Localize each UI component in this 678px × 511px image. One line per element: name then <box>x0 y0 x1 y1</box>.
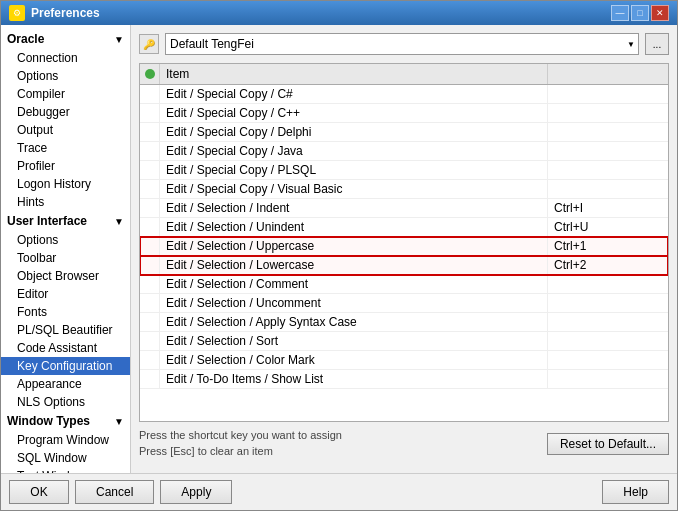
row-key-cell <box>548 351 668 369</box>
row-item-cell: Edit / To-Do Items / Show List <box>160 370 548 388</box>
table-row[interactable]: Edit / Special Copy / Java <box>140 142 668 161</box>
reset-to-default-button[interactable]: Reset to Default... <box>547 433 669 455</box>
table-row[interactable]: Edit / Special Copy / C++ <box>140 104 668 123</box>
sidebar-item-sql-window[interactable]: SQL Window <box>1 449 130 467</box>
row-status-cell <box>140 275 160 293</box>
dropdown-row: 🔑 Default TengFei ... <box>139 33 669 55</box>
cancel-button[interactable]: Cancel <box>75 480 154 504</box>
table-row[interactable]: Edit / Selection / Color Mark <box>140 351 668 370</box>
maximize-button[interactable]: □ <box>631 5 649 21</box>
row-status-cell <box>140 370 160 388</box>
profile-dropdown[interactable]: Default TengFei <box>165 33 639 55</box>
row-item-cell: Edit / Special Copy / Delphi <box>160 123 548 141</box>
row-status-cell <box>140 161 160 179</box>
row-key-cell <box>548 180 668 198</box>
sidebar-item-key-configuration[interactable]: Key Configuration <box>1 357 130 375</box>
table-header-item-col: Item <box>160 64 548 84</box>
table-row[interactable]: Edit / Selection / Uncomment <box>140 294 668 313</box>
hint-text: Press the shortcut key you want to assig… <box>139 428 342 459</box>
sidebar-item-appearance[interactable]: Appearance <box>1 375 130 393</box>
table-row[interactable]: Edit / Selection / Unindent Ctrl+U <box>140 218 668 237</box>
row-item-cell: Edit / Selection / Apply Syntax Case <box>160 313 548 331</box>
row-status-cell <box>140 332 160 350</box>
table-header-key-col <box>548 64 668 84</box>
table-body: Edit / Special Copy / C# Edit / Special … <box>140 85 668 389</box>
apply-button[interactable]: Apply <box>160 480 232 504</box>
table-row[interactable]: Edit / Selection / Lowercase Ctrl+2 <box>140 256 668 275</box>
sidebar-item-plsql-beautifier[interactable]: PL/SQL Beautifier <box>1 321 130 339</box>
sidebar-section-oracle[interactable]: Oracle ▼ <box>1 29 130 49</box>
row-status-cell <box>140 123 160 141</box>
sidebar-item-object-browser[interactable]: Object Browser <box>1 267 130 285</box>
sidebar-item-connection[interactable]: Connection <box>1 49 130 67</box>
table-row[interactable]: Edit / Special Copy / PLSQL <box>140 161 668 180</box>
main-content: Oracle ▼ Connection Options Compiler Deb… <box>1 25 677 473</box>
help-button[interactable]: Help <box>602 480 669 504</box>
sidebar-section-oracle-label: Oracle <box>7 32 44 46</box>
sidebar-section-user-interface[interactable]: User Interface ▼ <box>1 211 130 231</box>
sidebar-item-hints[interactable]: Hints <box>1 193 130 211</box>
status-dot <box>145 69 155 79</box>
row-key-cell <box>548 161 668 179</box>
table-row[interactable]: Edit / Selection / Sort <box>140 332 668 351</box>
row-key-cell <box>548 142 668 160</box>
sidebar-item-toolbar[interactable]: Toolbar <box>1 249 130 267</box>
row-status-cell <box>140 351 160 369</box>
sidebar-item-program-window[interactable]: Program Window <box>1 431 130 449</box>
window-title: Preferences <box>31 6 100 20</box>
sidebar-item-fonts[interactable]: Fonts <box>1 303 130 321</box>
table-row[interactable]: Edit / Special Copy / Delphi <box>140 123 668 142</box>
sidebar-item-profiler[interactable]: Profiler <box>1 157 130 175</box>
table-row[interactable]: Edit / Selection / Indent Ctrl+I <box>140 199 668 218</box>
sidebar-section-ui-label: User Interface <box>7 214 87 228</box>
sidebar-item-code-assistant[interactable]: Code Assistant <box>1 339 130 357</box>
ui-arrow-icon: ▼ <box>114 216 124 227</box>
row-item-cell: Edit / Selection / Unindent <box>160 218 548 236</box>
row-status-cell <box>140 199 160 217</box>
row-status-cell <box>140 237 160 255</box>
sidebar-item-editor[interactable]: Editor <box>1 285 130 303</box>
row-status-cell <box>140 218 160 236</box>
row-item-cell: Edit / Selection / Comment <box>160 275 548 293</box>
sidebar-item-compiler[interactable]: Compiler <box>1 85 130 103</box>
sidebar-item-output[interactable]: Output <box>1 121 130 139</box>
table-row[interactable]: Edit / Special Copy / Visual Basic <box>140 180 668 199</box>
oracle-arrow-icon: ▼ <box>114 34 124 45</box>
window-icon: ⚙ <box>9 5 25 21</box>
close-button[interactable]: ✕ <box>651 5 669 21</box>
table-row[interactable]: Edit / Selection / Uppercase Ctrl+1 <box>140 237 668 256</box>
table-row[interactable]: Edit / To-Do Items / Show List <box>140 370 668 389</box>
hint-line1: Press the shortcut key you want to assig… <box>139 428 342 443</box>
row-key-cell <box>548 332 668 350</box>
row-key-cell: Ctrl+U <box>548 218 668 236</box>
table-row[interactable]: Edit / Selection / Apply Syntax Case <box>140 313 668 332</box>
sidebar-item-options-oracle[interactable]: Options <box>1 67 130 85</box>
sidebar-item-nls-options[interactable]: NLS Options <box>1 393 130 411</box>
table-row[interactable]: Edit / Selection / Comment <box>140 275 668 294</box>
sidebar-item-logon-history[interactable]: Logon History <box>1 175 130 193</box>
sidebar-item-debugger[interactable]: Debugger <box>1 103 130 121</box>
sidebar-section-window-types[interactable]: Window Types ▼ <box>1 411 130 431</box>
keybinding-table: Item Edit / Special Copy / C# Edit / Spe… <box>139 63 669 422</box>
sidebar-item-options-ui[interactable]: Options <box>1 231 130 249</box>
bottom-bar: Press the shortcut key you want to assig… <box>139 428 669 459</box>
row-key-cell <box>548 313 668 331</box>
row-status-cell <box>140 85 160 103</box>
row-status-cell <box>140 313 160 331</box>
row-key-cell: Ctrl+1 <box>548 237 668 255</box>
row-key-cell: Ctrl+I <box>548 199 668 217</box>
row-key-cell <box>548 123 668 141</box>
title-bar-buttons: — □ ✕ <box>611 5 669 21</box>
table-row[interactable]: Edit / Special Copy / C# <box>140 85 668 104</box>
row-key-cell <box>548 104 668 122</box>
row-item-cell: Edit / Selection / Uppercase <box>160 237 548 255</box>
row-item-cell: Edit / Selection / Sort <box>160 332 548 350</box>
sidebar-item-trace[interactable]: Trace <box>1 139 130 157</box>
profile-more-button[interactable]: ... <box>645 33 669 55</box>
row-item-cell: Edit / Special Copy / C# <box>160 85 548 103</box>
sidebar-section-window-types-label: Window Types <box>7 414 90 428</box>
minimize-button[interactable]: — <box>611 5 629 21</box>
ok-button[interactable]: OK <box>9 480 69 504</box>
row-item-cell: Edit / Special Copy / PLSQL <box>160 161 548 179</box>
profile-dropdown-wrapper: Default TengFei <box>165 33 639 55</box>
